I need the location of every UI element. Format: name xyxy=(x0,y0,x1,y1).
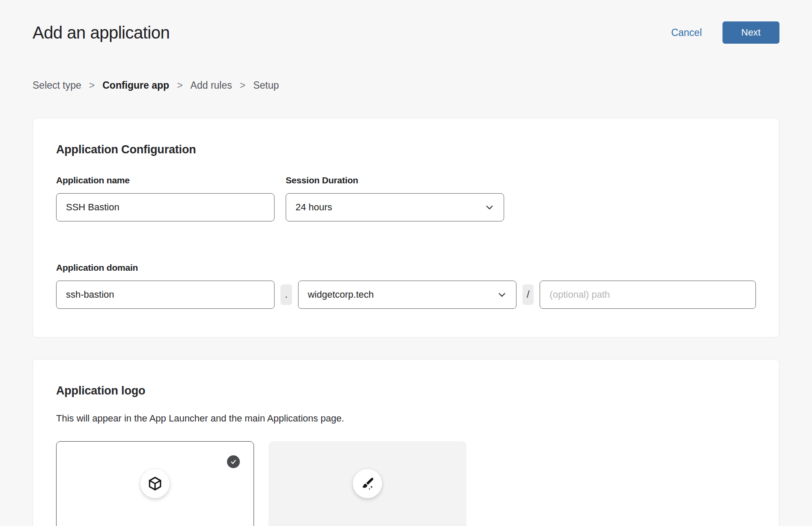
path-field-group xyxy=(540,281,756,309)
session-duration-select[interactable]: 24 hours xyxy=(286,193,504,221)
slash-separator: / xyxy=(522,284,534,305)
breadcrumb-separator: > xyxy=(89,80,95,91)
application-name-label: Application name xyxy=(56,175,275,185)
application-name-field-group: Application name xyxy=(56,175,275,221)
name-duration-row: Application name Session Duration 24 hou… xyxy=(56,175,756,221)
step-configure-app[interactable]: Configure app xyxy=(102,80,169,91)
page-header: Add an application Cancel Next xyxy=(33,21,779,44)
logo-option-custom[interactable] xyxy=(269,441,466,526)
domain-value: widgetcorp.tech xyxy=(308,289,374,300)
logo-card-title: Application logo xyxy=(56,384,756,397)
breadcrumb-separator: > xyxy=(177,80,182,91)
chevron-down-icon xyxy=(497,290,507,299)
application-name-input[interactable] xyxy=(56,193,275,221)
application-logo-card: Application logo This will appear in the… xyxy=(33,359,779,526)
session-duration-value: 24 hours xyxy=(296,202,332,213)
path-input[interactable] xyxy=(540,281,756,309)
session-duration-label: Session Duration xyxy=(286,175,504,185)
add-application-page: Add an application Cancel Next Select ty… xyxy=(0,0,812,526)
logo-option-default[interactable] xyxy=(56,441,254,526)
chevron-down-icon xyxy=(485,203,494,212)
breadcrumb: Select type > Configure app > Add rules … xyxy=(33,80,779,91)
header-actions: Cancel Next xyxy=(671,21,779,44)
subdomain-field-group xyxy=(56,281,275,309)
session-duration-field-group: Session Duration 24 hours xyxy=(286,175,504,221)
application-domain-label: Application domain xyxy=(56,263,756,273)
cube-icon xyxy=(147,476,163,491)
logo-options xyxy=(56,441,756,526)
paintbrush-icon xyxy=(360,476,375,491)
step-add-rules[interactable]: Add rules xyxy=(191,80,232,91)
subdomain-input[interactable] xyxy=(56,281,275,309)
page-title: Add an application xyxy=(33,23,170,42)
application-domain-row: . widgetcorp.tech / xyxy=(56,281,756,309)
check-icon xyxy=(230,458,237,465)
default-logo-circle xyxy=(140,469,170,498)
breadcrumb-separator: > xyxy=(240,80,245,91)
custom-logo-circle xyxy=(353,469,382,498)
next-button[interactable]: Next xyxy=(722,21,779,44)
selected-check-badge xyxy=(227,455,240,468)
step-setup[interactable]: Setup xyxy=(253,80,279,91)
application-configuration-card: Application Configuration Application na… xyxy=(33,118,779,338)
application-domain-section: Application domain . widgetcorp.tech / xyxy=(56,263,756,309)
configuration-card-title: Application Configuration xyxy=(56,143,756,156)
cancel-button[interactable]: Cancel xyxy=(671,27,702,39)
domain-select[interactable]: widgetcorp.tech xyxy=(298,281,516,309)
domain-field-group: widgetcorp.tech xyxy=(298,281,516,309)
step-select-type[interactable]: Select type xyxy=(33,80,81,91)
logo-card-description: This will appear in the App Launcher and… xyxy=(56,413,756,424)
dot-separator: . xyxy=(281,284,292,305)
